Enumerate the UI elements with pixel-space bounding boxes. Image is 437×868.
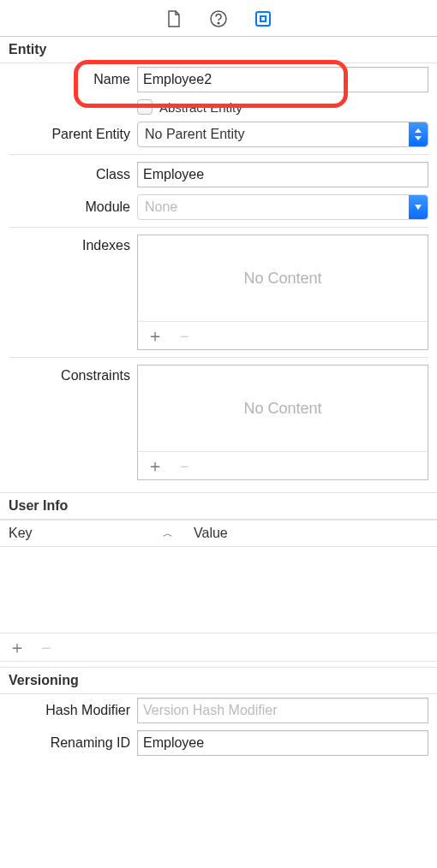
hash-label: Hash Modifier (9, 703, 137, 718)
abstract-checkbox[interactable] (137, 99, 153, 115)
svg-point-1 (218, 22, 219, 24)
indexes-placeholder: No Content (138, 235, 428, 321)
svg-rect-2 (256, 12, 270, 26)
versioning-section-title: Versioning (0, 667, 437, 694)
abstract-label: Abstract Entity (159, 100, 242, 115)
constraints-add-button[interactable]: ＋ (147, 457, 164, 474)
document-icon[interactable] (164, 9, 184, 29)
inspector-toolbar (0, 0, 437, 37)
userinfo-add-button[interactable]: ＋ (9, 639, 26, 656)
parent-select[interactable]: No Parent Entity (137, 122, 428, 147)
inspector-icon[interactable] (253, 9, 273, 29)
abstract-row[interactable]: Abstract Entity (137, 99, 428, 115)
renaming-input[interactable] (137, 730, 428, 756)
userinfo-key-column[interactable]: Key (9, 526, 163, 541)
class-input[interactable] (137, 162, 428, 187)
constraints-label: Constraints (9, 365, 137, 383)
indexes-label: Indexes (9, 235, 137, 253)
module-select-value: None (145, 199, 177, 215)
indexes-remove-button[interactable]: － (176, 327, 193, 344)
renaming-label: Renaming ID (9, 735, 137, 751)
userinfo-section-title: User Info (0, 492, 437, 520)
userinfo-value-column[interactable]: Value (194, 526, 228, 541)
parent-select-value: No Parent Entity (145, 127, 245, 142)
indexes-add-button[interactable]: ＋ (147, 327, 164, 344)
userinfo-columns: Key ︿ Value (0, 520, 437, 547)
userinfo-remove-button[interactable]: － (38, 639, 55, 656)
class-label: Class (9, 167, 137, 182)
sort-ascending-icon[interactable]: ︿ (163, 526, 173, 541)
parent-label: Parent Entity (9, 127, 137, 142)
indexes-box: No Content ＋ － (137, 235, 428, 350)
constraints-box: No Content ＋ － (137, 365, 428, 480)
name-input[interactable] (137, 67, 428, 92)
module-select[interactable]: None (137, 194, 428, 220)
userinfo-empty (0, 547, 437, 633)
chevron-updown-icon (409, 122, 428, 146)
entity-section-title: Entity (0, 37, 437, 63)
constraints-placeholder: No Content (138, 366, 428, 451)
svg-rect-3 (260, 16, 266, 21)
name-label: Name (9, 72, 137, 87)
chevron-down-icon (409, 195, 428, 219)
module-label: Module (9, 199, 137, 215)
help-icon[interactable] (208, 9, 229, 29)
constraints-remove-button[interactable]: － (176, 457, 193, 474)
hash-input[interactable] (137, 698, 428, 723)
